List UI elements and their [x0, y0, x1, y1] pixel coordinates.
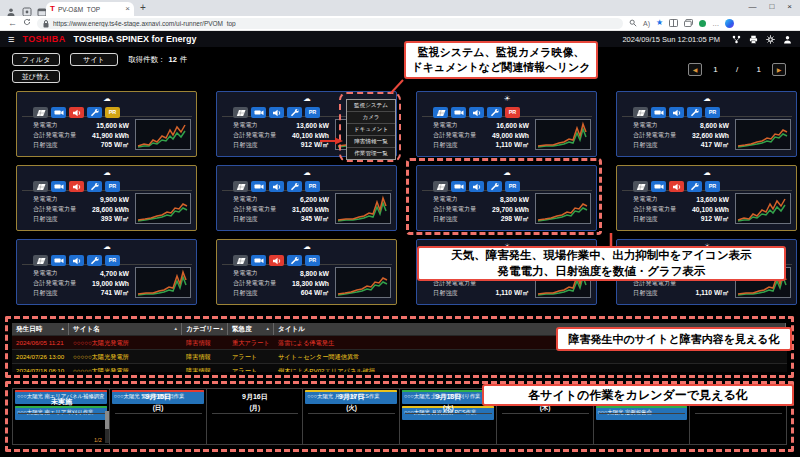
fault-row[interactable]: 2024/07/18 08:10○○○○○太陽光発電所障害情報アラート倒木による… [12, 363, 787, 372]
hamburger-menu-icon[interactable]: ≡ [8, 34, 14, 45]
site-card[interactable]: ☁ ○○○○○太陽光発電所 ⋮ PR 発電電力6,200 kW 合計発電電力量3… [216, 165, 397, 231]
wrench-icon[interactable] [687, 107, 702, 118]
sort-icon[interactable]: ▲ [266, 323, 270, 335]
site-card[interactable]: ☁ ○○○○○太陽光発電所 ⋮ PR 発電電力9,900 kW 合計発電電力量2… [16, 165, 197, 231]
solar-panel-icon[interactable] [33, 181, 48, 192]
sitemap-icon[interactable] [732, 35, 741, 44]
wrench-icon[interactable] [487, 107, 502, 118]
solar-panel-icon[interactable] [233, 107, 248, 118]
sort-icon[interactable]: ▲ [220, 323, 224, 335]
browser-tab[interactable]: T PV-O&M_TOP × [46, 2, 134, 16]
irradiance-value: 912 W/㎡ [301, 140, 329, 150]
solar-panel-icon[interactable] [633, 181, 648, 192]
solar-panel-icon[interactable] [233, 181, 248, 192]
prev-page-button[interactable]: ◀ [688, 63, 702, 76]
camera-icon[interactable] [651, 107, 666, 118]
wrench-icon[interactable] [287, 255, 302, 266]
collections-icon[interactable] [684, 19, 693, 27]
back-icon[interactable]: ← [8, 19, 17, 28]
alarm-speaker-icon[interactable] [669, 181, 684, 192]
site-card[interactable]: ☁ ○○○○○太陽光発電所 ⋮ PR 発電電力8,800 kW 合計発電電力量1… [216, 239, 397, 305]
solar-panel-icon[interactable] [33, 107, 48, 118]
scrollbar[interactable] [105, 411, 109, 443]
camera-icon[interactable] [251, 255, 266, 266]
scrollbar-thumb[interactable] [105, 411, 109, 429]
wrench-icon[interactable] [87, 181, 102, 192]
read-aloud-icon[interactable]: A) [643, 20, 650, 27]
printer-icon[interactable] [749, 35, 758, 44]
alarm-speaker-icon[interactable] [69, 107, 84, 118]
fault-col-header[interactable]: 緊急度▲ [228, 323, 274, 335]
site-card[interactable]: ☁ ○○○○○太陽光発電所 ⋮ PR 発電電力8,600 kW 合計発電電力量3… [616, 91, 797, 157]
camera-icon[interactable] [51, 181, 66, 192]
alarm-speaker-icon[interactable] [69, 255, 84, 266]
fault-col-header[interactable]: サイト名▲ [69, 323, 182, 335]
fault-row[interactable]: 2024/07/26 13:00○○○○○太陽光発電所障害情報アラートサイト～セ… [12, 349, 787, 363]
solar-panel-icon[interactable] [233, 255, 248, 266]
split-screen-icon[interactable] [669, 19, 678, 27]
site-title: ○○○○○太陽光発電所 [79, 180, 136, 181]
irradiance-label: 日射強度 [33, 215, 58, 224]
gear-icon[interactable] [766, 35, 775, 44]
solar-panel-icon[interactable] [33, 255, 48, 266]
sort-button[interactable]: 並び替え [12, 70, 60, 83]
power-value: 16,600 kW [496, 122, 529, 129]
pr-badge[interactable]: PR [305, 255, 320, 266]
fault-col-header[interactable]: 発生日時▲ [12, 323, 69, 335]
irradiance-value: 912 W/㎡ [701, 214, 729, 224]
pr-badge[interactable]: PR [105, 255, 120, 266]
copilot-icon[interactable] [725, 19, 734, 28]
tab-close-icon[interactable]: × [125, 5, 130, 13]
fault-col-header[interactable]: カテゴリー▲ [182, 323, 228, 335]
favorites-star-icon[interactable]: ★ [656, 19, 663, 27]
window-close-button[interactable]: × [787, 2, 792, 11]
wrench-icon[interactable] [87, 255, 102, 266]
camera-icon[interactable] [251, 107, 266, 118]
solar-panel-icon[interactable] [433, 107, 448, 118]
alarm-speaker-icon[interactable] [469, 107, 484, 118]
window-maximize-button[interactable]: □ [769, 2, 774, 11]
alarm-speaker-icon[interactable] [669, 107, 684, 118]
window-minimize-button[interactable]: — [748, 2, 756, 11]
site-button[interactable]: サイト [70, 53, 118, 66]
pr-badge[interactable]: PR [705, 107, 720, 118]
pr-badge[interactable]: PR [305, 181, 320, 192]
alarm-speaker-icon[interactable] [269, 107, 284, 118]
site-card[interactable]: ☁ ○○○○○太陽光発電所 ⋮ PR 発電電力15,600 kW 合計発電電力量… [16, 91, 197, 157]
alarm-speaker-icon[interactable] [269, 181, 284, 192]
wrench-icon[interactable] [287, 181, 302, 192]
sort-icon[interactable]: ▲ [61, 323, 65, 335]
alarm-speaker-icon[interactable] [69, 181, 84, 192]
camera-icon[interactable] [451, 107, 466, 118]
camera-icon[interactable] [51, 255, 66, 266]
filter-button[interactable]: フィルタ [12, 53, 60, 66]
solar-panel-icon[interactable] [633, 107, 648, 118]
next-page-button[interactable]: ▶ [772, 63, 786, 76]
alarm-speaker-icon[interactable] [269, 255, 284, 266]
wrench-icon[interactable] [87, 107, 102, 118]
site-card[interactable]: ☀ ○○○○○太陽光発電所 ⋮ PR 発電電力16,600 kW 合計発電電力量… [416, 91, 597, 157]
camera-icon[interactable] [51, 107, 66, 118]
pr-badge[interactable]: PR [505, 107, 520, 118]
refresh-icon[interactable] [23, 18, 31, 28]
pr-badge[interactable]: PR [105, 107, 120, 118]
pr-badge[interactable]: PR [705, 181, 720, 192]
site-card[interactable]: ☁ ○○○○○太陽光発電所 ⋮ PR 発電電力4,700 kW 合計発電電力量1… [16, 239, 197, 305]
pr-badge[interactable]: PR [105, 181, 120, 192]
extension-icon[interactable] [699, 20, 706, 27]
calendar-pager[interactable]: 1/2 [94, 437, 102, 443]
search-icon[interactable] [629, 19, 637, 27]
site-card[interactable]: ☁ ○○○○○太陽光発電所 ⋮ PR 発電電力13,600 kW 合計発電電力量… [616, 165, 797, 231]
irradiance-value: 1,110 W/㎡ [695, 288, 729, 298]
url-field[interactable]: https://www.energy.ts4e-stage.axnavi.com… [37, 18, 623, 29]
site-title: ○○○○○太陽光発電所 [679, 106, 736, 107]
pr-badge[interactable]: PR [305, 107, 320, 118]
camera-icon[interactable] [251, 181, 266, 192]
more-options-icon[interactable]: … [712, 20, 719, 27]
new-tab-button[interactable]: + [140, 2, 146, 13]
user-icon[interactable] [783, 35, 792, 44]
wrench-icon[interactable] [287, 107, 302, 118]
sort-icon[interactable]: ▲ [174, 323, 178, 335]
camera-icon[interactable] [651, 181, 666, 192]
wrench-icon[interactable] [687, 181, 702, 192]
